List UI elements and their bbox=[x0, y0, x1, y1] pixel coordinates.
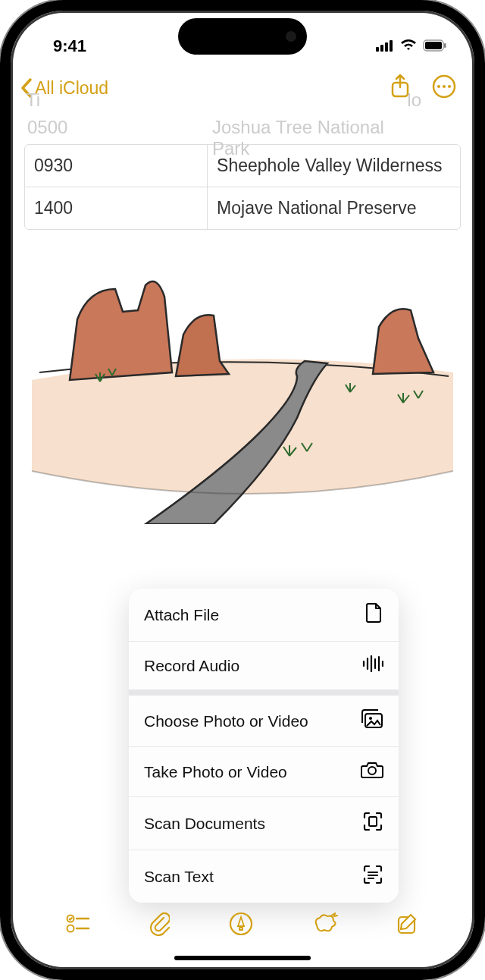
file-icon bbox=[365, 602, 383, 627]
waveform-icon bbox=[362, 655, 383, 676]
svg-point-27 bbox=[67, 925, 74, 932]
markup-button[interactable] bbox=[229, 912, 253, 939]
menu-scan-text[interactable]: Scan Text bbox=[129, 850, 399, 903]
photo-library-icon bbox=[361, 709, 383, 733]
menu-label: Take Photo or Video bbox=[144, 763, 287, 781]
camera-icon bbox=[361, 761, 383, 783]
svg-rect-2 bbox=[385, 42, 388, 52]
bottom-toolbar bbox=[21, 903, 464, 948]
menu-scan-documents[interactable]: Scan Documents bbox=[129, 797, 399, 850]
scan-doc-icon bbox=[362, 811, 383, 836]
nav-bar: All iCloud bbox=[11, 65, 474, 111]
menu-label: Choose Photo or Video bbox=[144, 712, 308, 730]
home-indicator[interactable] bbox=[174, 956, 311, 960]
back-label: All iCloud bbox=[35, 78, 108, 99]
note-content: Ti lo 0500 Joshua Tree National Park 093… bbox=[11, 144, 474, 524]
svg-rect-21 bbox=[369, 817, 377, 826]
status-time: 9:41 bbox=[53, 36, 86, 56]
menu-take-photo[interactable]: Take Photo or Video bbox=[129, 747, 399, 797]
ai-button[interactable] bbox=[312, 912, 338, 939]
faded-time: 0500 bbox=[27, 117, 67, 138]
svg-rect-1 bbox=[380, 45, 383, 52]
svg-rect-0 bbox=[376, 47, 379, 52]
more-button[interactable] bbox=[432, 74, 456, 102]
battery-icon bbox=[423, 36, 447, 56]
checklist-button[interactable] bbox=[66, 913, 90, 938]
faded-location: Joshua Tree National Park bbox=[212, 117, 409, 159]
cellular-icon bbox=[376, 36, 394, 56]
menu-label: Attach File bbox=[144, 606, 219, 624]
attach-button[interactable] bbox=[149, 912, 170, 939]
cell-time[interactable]: 1400 bbox=[25, 187, 208, 229]
compose-button[interactable] bbox=[396, 912, 419, 938]
menu-choose-photo[interactable]: Choose Photo or Video bbox=[129, 696, 399, 747]
svg-point-20 bbox=[368, 767, 376, 774]
menu-label: Scan Documents bbox=[144, 815, 265, 833]
menu-record-audio[interactable]: Record Audio bbox=[129, 642, 399, 689]
menu-label: Scan Text bbox=[144, 868, 214, 886]
svg-rect-3 bbox=[390, 40, 393, 52]
svg-point-9 bbox=[437, 85, 440, 88]
svg-point-10 bbox=[443, 85, 446, 88]
wifi-icon bbox=[400, 36, 417, 56]
attach-menu: Attach File Record Audio Choose Photo or… bbox=[129, 589, 399, 903]
svg-rect-5 bbox=[425, 42, 442, 49]
cell-location[interactable]: Mojave National Preserve bbox=[208, 187, 460, 229]
cell-time[interactable]: 0930 bbox=[25, 145, 208, 187]
scan-text-icon bbox=[362, 864, 383, 889]
svg-point-19 bbox=[369, 717, 372, 720]
faded-header-left: Ti bbox=[26, 90, 40, 111]
menu-label: Record Audio bbox=[144, 657, 239, 675]
menu-attach-file[interactable]: Attach File bbox=[129, 589, 399, 642]
faded-header-right: lo bbox=[407, 90, 421, 111]
desert-drawing bbox=[24, 243, 461, 524]
svg-rect-6 bbox=[444, 43, 446, 48]
table-row[interactable]: 1400 Mojave National Preserve bbox=[25, 187, 460, 229]
svg-point-11 bbox=[448, 85, 451, 88]
